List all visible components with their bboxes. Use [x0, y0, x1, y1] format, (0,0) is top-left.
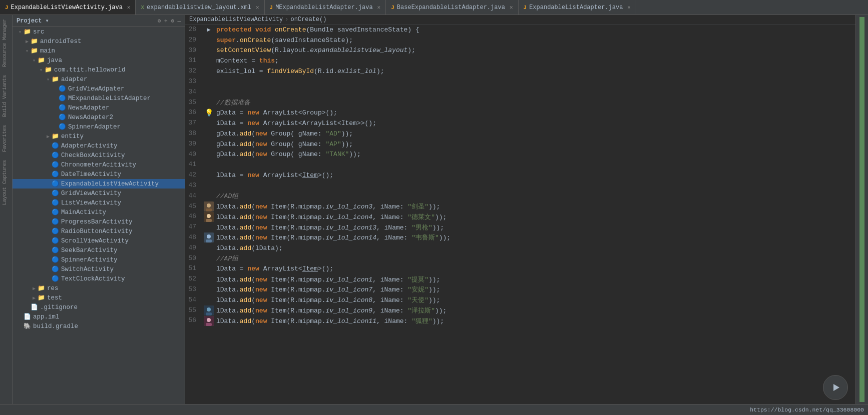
java-file-icon: 🔵: [52, 275, 59, 282]
vtab-resource-manager[interactable]: Resource Manager: [0, 15, 12, 71]
tree-item-textclock[interactable]: 🔵 TextClockActivity: [13, 274, 185, 284]
tree-item-spinner[interactable]: 🔵 SpinnerActivity: [13, 255, 185, 264]
tree-item-switch[interactable]: 🔵 SwitchActivity: [13, 264, 185, 274]
tree-item-listviewactivity[interactable]: 🔵 ListViewActivity: [13, 198, 185, 208]
tree-label: entity: [61, 133, 84, 140]
tree-item-scrollview[interactable]: 🔵 ScrollViewActivity: [13, 236, 185, 246]
tree-item-gridviewactivity[interactable]: 🔵 GridViewActivity: [13, 188, 185, 198]
java-file-icon: 🔵: [52, 208, 59, 216]
sidebar-settings-icon[interactable]: ⚙ ÷ ⚙ —: [158, 18, 181, 24]
tab-label: MExpandableListAdapter.java: [275, 4, 372, 11]
tree-label: CheckBoxAcitivity: [61, 152, 125, 159]
tab-baseexpandablelistadapter[interactable]: J BaseExpandableListAdapter.java ✕: [386, 0, 518, 14]
vtab-build-variants[interactable]: Build Variants: [0, 71, 12, 121]
tree-item-mainactivity[interactable]: 🔵 MainActivity: [13, 208, 185, 217]
folder-icon: 📁: [38, 284, 45, 292]
code-line-38: 38 gData.add(new Group( gName: "AD"));: [185, 128, 855, 139]
code-line-36: 36 💡 gData = new ArrayList<Group>();: [185, 108, 855, 118]
tree-item-appiml[interactable]: 📄 app.iml: [13, 312, 185, 322]
line-number: 36: [185, 108, 201, 118]
code-line-52: 52 lData.add(new Item(R.mipmap.iv_lol_ic…: [185, 274, 855, 284]
tab-close-icon[interactable]: ✕: [127, 4, 131, 10]
tab-mexpandablelistadapter[interactable]: J MExpandableListAdapter.java ✕: [265, 0, 386, 14]
tab-expandablelistadapter[interactable]: J ExpandableListAdapter.java ✕: [519, 0, 636, 14]
expand-arrow: ▾: [31, 58, 38, 64]
tree-item-package[interactable]: ▾ 📁 com.ttit.helloworld: [13, 65, 185, 74]
tree-item-checkboxacitivity[interactable]: 🔵 CheckBoxAcitivity: [13, 150, 185, 160]
tree-item-adapter-folder[interactable]: ▾ 📁 adapter: [13, 74, 185, 84]
code-text-55: lData.add(new Item(R.mipmap.iv_lol_icon9…: [216, 306, 855, 315]
gutter-55: [201, 306, 216, 316]
folder-icon: 📁: [52, 132, 59, 140]
tree-item-res[interactable]: ▶ 📁 res: [13, 284, 185, 293]
vtab-layout-captures[interactable]: Layout Captures: [0, 156, 12, 209]
code-text-44: //AD组: [216, 192, 855, 200]
code-text-54: lData.add(new Item(R.mipmap.iv_lol_icon8…: [216, 296, 855, 304]
tree-item-androidtest[interactable]: ▶ 📁 androidTest: [13, 36, 185, 46]
tree-item-chronometer[interactable]: 🔵 ChronometerAcitivity: [13, 160, 185, 170]
line-number: 52: [185, 274, 201, 284]
expand-arrow: ▶: [31, 286, 38, 292]
tree-item-spinneradapter[interactable]: 🔵 SpinnerAdapter: [13, 122, 185, 132]
code-line-28: 28 ▶ protected void onCreate(Bundle save…: [185, 24, 855, 35]
tab-close-icon[interactable]: ✕: [627, 4, 631, 10]
tree-item-mexpandablelistadapter[interactable]: 🔵 MExpandableListAdapter: [13, 94, 185, 103]
code-text-35: //数据准备: [216, 98, 855, 107]
code-text-49: iData.add(lData);: [216, 244, 855, 252]
tree-item-expandablelistviewactivity[interactable]: 🔵 ExpandableListViewActivity: [13, 179, 185, 188]
code-editor[interactable]: ExpandableListViewActivity › onCreate() …: [185, 15, 855, 404]
tree-item-buildgradle[interactable]: 🐘 build.gradle: [13, 322, 185, 331]
tree-item-newsadapter2[interactable]: 🔵 NewsAdapter2: [13, 112, 185, 122]
tree-item-adapteractivity[interactable]: 🔵 AdapterActivity: [13, 141, 185, 150]
line-number: 54: [185, 295, 201, 306]
tree-item-datetime[interactable]: 🔵 DateTimeActivity: [13, 170, 185, 179]
line-number: 32: [185, 66, 201, 76]
breadcrumb-file: ExpandableListViewActivity: [189, 16, 283, 23]
code-line-55: 55 lData.add(new Item(R.mipmap.iv_lol_ic…: [185, 306, 855, 316]
tree-label: androidTest: [40, 38, 82, 45]
tree-item-gridviewadpater[interactable]: 🔵 GridViewAdpater: [13, 84, 185, 94]
tree-label: adapter: [61, 76, 88, 83]
gutter-45: [201, 202, 216, 212]
java-icon: J: [270, 4, 273, 10]
expand-arrow: ▶: [31, 295, 38, 301]
java-file-icon: 🔵: [59, 104, 66, 112]
tree-item-java[interactable]: ▾ 📁 java: [13, 56, 185, 65]
code-text-56: lData.add(new Item(R.mipmap.iv_lol_icon1…: [216, 316, 855, 326]
tree-label: app.iml: [33, 314, 60, 320]
code-line-45: 45 lData.add(new Item(R.mipmap.iv_lol_ic…: [185, 202, 855, 212]
tree-item-test[interactable]: ▶ 📁 test: [13, 293, 185, 302]
tab-close-icon[interactable]: ✕: [510, 4, 513, 10]
code-text-37: iData = new ArrayList<ArrayList<Item>>()…: [216, 120, 855, 127]
line-number: 47: [185, 222, 201, 232]
tree-label: java: [47, 57, 62, 64]
tree-item-radiobutton[interactable]: 🔵 RadioButtonActivity: [13, 226, 185, 236]
line-number: 39: [185, 139, 201, 150]
java-icon: J: [391, 4, 394, 10]
tab-close-icon[interactable]: ✕: [256, 4, 259, 10]
sidebar-header: Project ▾ ⚙ ÷ ⚙ —: [13, 15, 185, 27]
code-text-53: lData.add(new Item(R.mipmap.iv_lol_icon7…: [216, 285, 855, 294]
image-thumbnail-48: [204, 232, 214, 242]
code-text-40: gData.add(new Group( gName: "TANK"));: [216, 150, 855, 158]
tree-item-entity[interactable]: ▶ 📁 entity: [13, 132, 185, 141]
java-file-icon: 🔵: [59, 85, 66, 92]
tab-close-icon[interactable]: ✕: [377, 4, 381, 10]
tree-item-main[interactable]: ▾ 📁 main: [13, 46, 185, 56]
line-number: 43: [185, 180, 201, 191]
line-number: 42: [185, 170, 201, 180]
svg-rect-2: [206, 208, 212, 212]
tree-item-progressbar[interactable]: 🔵 ProgressBarActivity: [13, 217, 185, 226]
folder-icon: 📁: [38, 56, 45, 64]
tree-label: ChronometerAcitivity: [61, 162, 136, 168]
tree-item-gitignore[interactable]: 📄 .gitignore: [13, 302, 185, 312]
bottom-right-video-icon[interactable]: [823, 375, 848, 400]
tab-expandablelistviewactivity[interactable]: J ExpandableListViewActivity.java ✕: [0, 0, 136, 14]
tree-item-src[interactable]: ▾ 📁 src: [13, 27, 185, 36]
tree-item-newsadapter[interactable]: 🔵 NewsAdapter: [13, 103, 185, 112]
bulb-icon[interactable]: 💡: [205, 108, 213, 117]
tab-expandablelistview-layout[interactable]: X expandablelistview_layout.xml ✕: [136, 0, 264, 14]
vtab-favorites[interactable]: Favorites: [0, 121, 12, 156]
tree-label: ExpandableListViewActivity: [61, 180, 159, 188]
tree-item-seekbar[interactable]: 🔵 SeekBarActivity: [13, 246, 185, 255]
